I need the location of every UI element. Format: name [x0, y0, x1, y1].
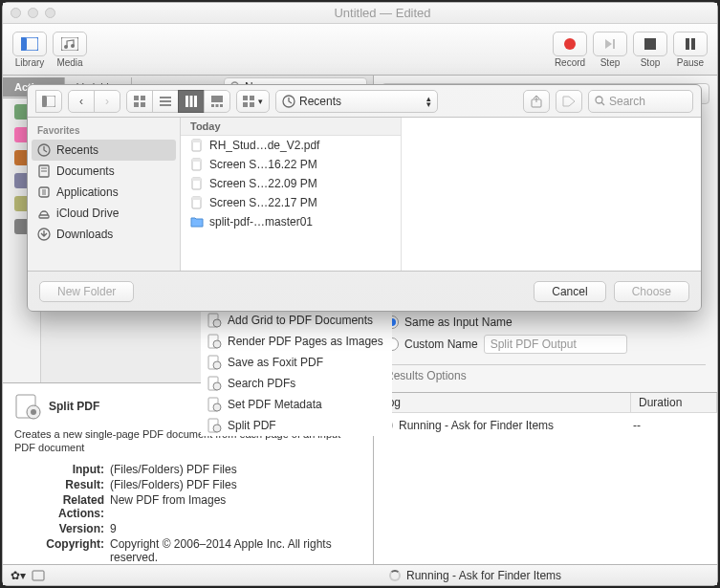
log-col-log[interactable]: Log — [374, 393, 631, 412]
svg-rect-61 — [243, 102, 248, 107]
custom-name-field[interactable]: Split PDF Output — [484, 335, 627, 354]
svg-rect-49 — [160, 97, 171, 98]
action-item[interactable]: Add Grid to PDF Documents — [201, 310, 373, 331]
info-key: Version: — [14, 522, 104, 535]
preview-column — [401, 118, 701, 271]
svg-rect-77 — [192, 159, 201, 162]
favorite-downloads[interactable]: Downloads — [28, 224, 180, 245]
document-icon — [190, 196, 204, 209]
svg-rect-72 — [39, 215, 49, 218]
favorite-icloud-drive[interactable]: iCloud Drive — [28, 203, 180, 224]
favorite-applications[interactable]: Applications — [28, 182, 180, 203]
action-item[interactable]: Render PDF Pages as Images — [201, 331, 373, 352]
file-item[interactable]: Screen S…22.17 PM — [181, 193, 401, 212]
pdf-action-icon — [207, 313, 222, 328]
svg-rect-57 — [216, 104, 219, 107]
file-picker-sheet: ‹ › ▾ Recents ▴▾ Search Favorites Recent… — [27, 84, 702, 312]
gear-menu-icon[interactable]: ✿▾ — [11, 569, 26, 582]
svg-rect-75 — [192, 140, 201, 142]
svg-line-66 — [601, 102, 604, 105]
document-icon — [190, 177, 204, 190]
info-value: Copyright © 2006–2014 Apple Inc. All rig… — [110, 537, 361, 564]
pdf-action-icon — [207, 355, 222, 370]
share-button[interactable] — [523, 90, 550, 113]
record-button[interactable]: Record — [553, 32, 587, 68]
svg-rect-42 — [33, 571, 44, 580]
choose-button[interactable]: Choose — [614, 281, 689, 302]
file-group-header: Today — [181, 118, 401, 136]
quicklook-icon[interactable] — [32, 570, 45, 581]
pause-button[interactable]: Pause — [673, 32, 708, 68]
stop-button[interactable]: Stop — [633, 32, 667, 68]
column-view-button[interactable] — [178, 90, 205, 113]
back-button[interactable]: ‹ — [68, 90, 95, 113]
close-window-button[interactable] — [11, 8, 21, 18]
zoom-window-button[interactable] — [45, 8, 55, 18]
svg-rect-8 — [686, 38, 689, 50]
tags-button[interactable] — [556, 90, 582, 113]
gallery-view-button[interactable] — [204, 90, 230, 113]
svg-rect-52 — [185, 96, 188, 107]
svg-point-29 — [213, 361, 221, 369]
picker-search[interactable]: Search — [588, 90, 693, 113]
view-mode-segment — [126, 90, 230, 113]
location-popup[interactable]: Recents ▴▾ — [275, 90, 438, 113]
sidebar-icon — [37, 185, 51, 199]
svg-rect-60 — [250, 96, 254, 100]
title-bar: Untitled — Edited — [3, 3, 717, 24]
action-item[interactable]: Save as Foxit PDF — [201, 352, 373, 373]
sidebar-toggle[interactable] — [35, 90, 62, 113]
step-button[interactable]: Step — [593, 32, 627, 68]
spinner-icon — [389, 570, 401, 581]
document-icon — [190, 139, 204, 152]
file-item[interactable]: split-pdf-…master01 — [181, 212, 401, 231]
same-name-option[interactable]: Same as Input Name — [385, 313, 706, 332]
group-by-button[interactable]: ▾ — [236, 90, 270, 113]
icon-view-button[interactable] — [126, 90, 153, 113]
window-title: Untitled — Edited — [55, 6, 709, 20]
svg-rect-1 — [21, 37, 27, 51]
svg-rect-46 — [141, 96, 145, 100]
main-toolbar: Library Media Record Step Stop Pause — [3, 24, 717, 76]
pdf-action-icon — [14, 393, 41, 420]
file-item[interactable]: Screen S…22.09 PM — [181, 174, 401, 193]
action-item[interactable]: Search PDFs — [201, 373, 373, 382]
svg-rect-53 — [190, 96, 193, 107]
svg-rect-2 — [61, 37, 78, 51]
footer-bar: ✿▾ Running - Ask for Finder Items — [3, 564, 717, 585]
footer-status: Running - Ask for Finder Items — [406, 569, 561, 582]
svg-point-4 — [71, 44, 75, 48]
svg-point-38 — [31, 409, 36, 415]
sidebar-icon — [37, 164, 51, 178]
svg-rect-55 — [211, 96, 223, 102]
cancel-button[interactable]: Cancel — [534, 281, 605, 302]
info-key: Result: — [14, 478, 104, 491]
search-icon — [595, 96, 605, 106]
svg-rect-54 — [194, 96, 197, 107]
log-panel: Log Duration Running - Ask for Finder It… — [374, 392, 717, 564]
custom-name-option[interactable]: Custom Name Split PDF Output — [385, 332, 706, 357]
svg-rect-50 — [160, 100, 171, 102]
folder-icon — [190, 215, 204, 229]
sidebar-icon — [37, 228, 51, 241]
new-folder-button[interactable]: New Folder — [39, 281, 134, 302]
minimize-window-button[interactable] — [28, 8, 38, 18]
info-key: Related Actions: — [14, 493, 104, 520]
favorite-documents[interactable]: Documents — [28, 161, 180, 182]
svg-rect-79 — [192, 178, 201, 181]
info-value: (Files/Folders) PDF Files — [110, 478, 361, 491]
svg-rect-6 — [613, 39, 615, 49]
picker-footer: New Folder Cancel Choose — [28, 271, 701, 311]
log-col-duration[interactable]: Duration — [631, 393, 717, 412]
file-item[interactable]: Screen S…16.22 PM — [181, 155, 401, 174]
forward-button[interactable]: › — [94, 90, 120, 113]
file-column: Today RH_Stud…de_V2.pdfScreen S…16.22 PM… — [181, 118, 401, 271]
svg-point-25 — [213, 319, 221, 327]
nav-back-forward: ‹ › — [68, 90, 120, 113]
favorite-recents[interactable]: Recents — [32, 140, 176, 161]
file-item[interactable]: RH_Stud…de_V2.pdf — [181, 136, 401, 155]
library-button[interactable]: Library — [12, 32, 47, 68]
results-options[interactable]: Results Options — [385, 364, 706, 382]
media-button[interactable]: Media — [53, 32, 87, 68]
list-view-button[interactable] — [152, 90, 179, 113]
